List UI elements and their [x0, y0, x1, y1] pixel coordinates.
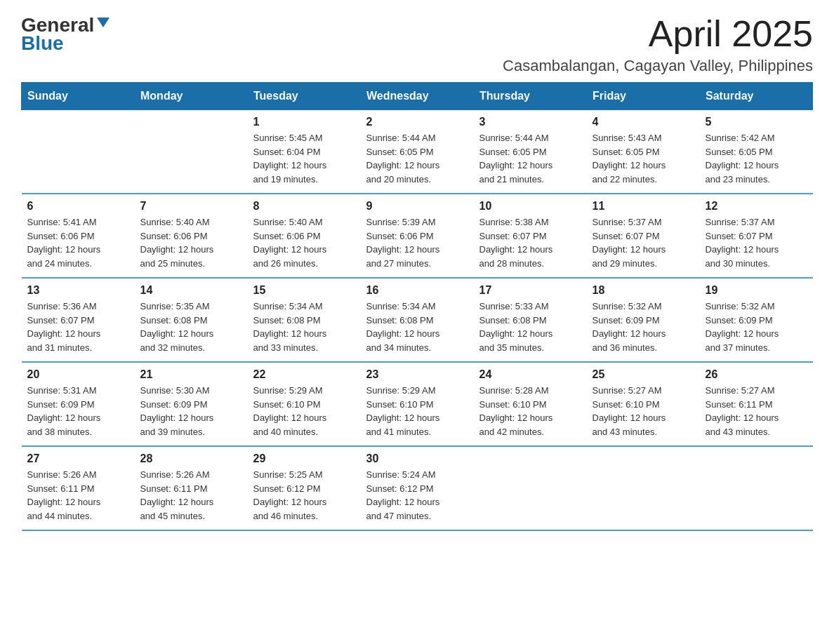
day-number: 12 — [706, 200, 807, 213]
day-number: 22 — [253, 368, 355, 381]
calendar-cell: 8Sunrise: 5:40 AM Sunset: 6:06 PM Daylig… — [248, 194, 361, 278]
day-number: 30 — [366, 452, 468, 465]
calendar-cell: 3Sunrise: 5:44 AM Sunset: 6:05 PM Daylig… — [474, 110, 587, 194]
logo: General Blue — [21, 14, 111, 55]
calendar-cell: 6Sunrise: 5:41 AM Sunset: 6:06 PM Daylig… — [22, 194, 135, 278]
day-number: 8 — [253, 200, 355, 213]
svg-marker-0 — [97, 18, 110, 27]
day-number: 5 — [706, 116, 807, 128]
day-info: Sunrise: 5:33 AM Sunset: 6:08 PM Dayligh… — [479, 300, 581, 354]
calendar-week-row: 1Sunrise: 5:45 AM Sunset: 6:04 PM Daylig… — [22, 110, 813, 194]
day-info: Sunrise: 5:31 AM Sunset: 6:09 PM Dayligh… — [27, 384, 129, 438]
calendar-cell: 13Sunrise: 5:36 AM Sunset: 6:07 PM Dayli… — [22, 278, 135, 362]
day-info: Sunrise: 5:26 AM Sunset: 6:11 PM Dayligh… — [27, 468, 129, 523]
weekday-header-thursday: Thursday — [474, 83, 587, 110]
day-number: 25 — [593, 368, 694, 381]
day-info: Sunrise: 5:40 AM Sunset: 6:06 PM Dayligh… — [140, 215, 242, 270]
weekday-header-saturday: Saturday — [700, 83, 813, 110]
weekday-header-row: SundayMondayTuesdayWednesdayThursdayFrid… — [22, 83, 813, 110]
calendar-cell: 4Sunrise: 5:43 AM Sunset: 6:05 PM Daylig… — [587, 110, 700, 194]
calendar-cell: 25Sunrise: 5:27 AM Sunset: 6:10 PM Dayli… — [587, 362, 700, 446]
day-number: 26 — [706, 368, 807, 381]
day-number: 1 — [253, 116, 355, 128]
day-info: Sunrise: 5:28 AM Sunset: 6:10 PM Dayligh… — [479, 384, 581, 438]
day-number: 21 — [140, 368, 242, 381]
day-number: 4 — [593, 116, 694, 128]
day-info: Sunrise: 5:45 AM Sunset: 6:04 PM Dayligh… — [253, 131, 355, 186]
weekday-header-wednesday: Wednesday — [361, 83, 474, 110]
day-info: Sunrise: 5:42 AM Sunset: 6:05 PM Dayligh… — [706, 131, 807, 186]
day-info: Sunrise: 5:32 AM Sunset: 6:09 PM Dayligh… — [593, 300, 694, 354]
calendar-cell: 2Sunrise: 5:44 AM Sunset: 6:05 PM Daylig… — [361, 110, 474, 194]
day-info: Sunrise: 5:36 AM Sunset: 6:07 PM Dayligh… — [27, 300, 129, 354]
title-area: April 2025 Casambalangan, Cagayan Valley… — [503, 14, 813, 75]
location-subtitle: Casambalangan, Cagayan Valley, Philippin… — [503, 57, 813, 75]
month-title: April 2025 — [503, 14, 813, 54]
day-info: Sunrise: 5:25 AM Sunset: 6:12 PM Dayligh… — [253, 468, 355, 523]
calendar-cell: 21Sunrise: 5:30 AM Sunset: 6:09 PM Dayli… — [135, 362, 248, 446]
day-number: 13 — [27, 284, 129, 297]
calendar-cell: 19Sunrise: 5:32 AM Sunset: 6:09 PM Dayli… — [700, 278, 813, 362]
calendar-cell: 11Sunrise: 5:37 AM Sunset: 6:07 PM Dayli… — [587, 194, 700, 278]
day-info: Sunrise: 5:29 AM Sunset: 6:10 PM Dayligh… — [253, 384, 355, 438]
day-number: 10 — [479, 200, 581, 213]
day-info: Sunrise: 5:26 AM Sunset: 6:11 PM Dayligh… — [140, 468, 242, 523]
day-info: Sunrise: 5:27 AM Sunset: 6:11 PM Dayligh… — [706, 384, 807, 438]
day-info: Sunrise: 5:41 AM Sunset: 6:06 PM Dayligh… — [27, 215, 129, 270]
day-number: 17 — [479, 284, 581, 297]
calendar-cell: 1Sunrise: 5:45 AM Sunset: 6:04 PM Daylig… — [248, 110, 361, 194]
day-number: 3 — [479, 116, 581, 128]
day-info: Sunrise: 5:38 AM Sunset: 6:07 PM Dayligh… — [479, 215, 581, 270]
day-info: Sunrise: 5:44 AM Sunset: 6:05 PM Dayligh… — [366, 131, 468, 186]
day-info: Sunrise: 5:35 AM Sunset: 6:08 PM Dayligh… — [140, 300, 242, 354]
day-number: 11 — [593, 200, 694, 213]
day-number: 24 — [479, 368, 581, 381]
day-number: 20 — [27, 368, 129, 381]
calendar-cell: 10Sunrise: 5:38 AM Sunset: 6:07 PM Dayli… — [474, 194, 587, 278]
calendar-week-row: 27Sunrise: 5:26 AM Sunset: 6:11 PM Dayli… — [22, 446, 813, 530]
weekday-header-sunday: Sunday — [22, 83, 135, 110]
day-info: Sunrise: 5:32 AM Sunset: 6:09 PM Dayligh… — [706, 300, 807, 354]
calendar-week-row: 6Sunrise: 5:41 AM Sunset: 6:06 PM Daylig… — [22, 194, 813, 278]
calendar-cell: 22Sunrise: 5:29 AM Sunset: 6:10 PM Dayli… — [248, 362, 361, 446]
calendar-cell: 20Sunrise: 5:31 AM Sunset: 6:09 PM Dayli… — [22, 362, 135, 446]
day-number: 23 — [366, 368, 468, 381]
calendar-cell: 15Sunrise: 5:34 AM Sunset: 6:08 PM Dayli… — [248, 278, 361, 362]
calendar-week-row: 13Sunrise: 5:36 AM Sunset: 6:07 PM Dayli… — [22, 278, 813, 362]
weekday-header-tuesday: Tuesday — [248, 83, 361, 110]
calendar-cell — [22, 110, 135, 194]
calendar-table: SundayMondayTuesdayWednesdayThursdayFrid… — [21, 82, 813, 531]
calendar-cell: 23Sunrise: 5:29 AM Sunset: 6:10 PM Dayli… — [361, 362, 474, 446]
calendar-cell — [587, 446, 700, 530]
day-info: Sunrise: 5:39 AM Sunset: 6:06 PM Dayligh… — [366, 215, 468, 270]
calendar-cell: 27Sunrise: 5:26 AM Sunset: 6:11 PM Dayli… — [22, 446, 135, 530]
weekday-header-friday: Friday — [587, 83, 700, 110]
day-number: 9 — [366, 200, 468, 213]
day-number: 18 — [593, 284, 694, 297]
day-number: 6 — [27, 200, 129, 213]
day-info: Sunrise: 5:40 AM Sunset: 6:06 PM Dayligh… — [253, 215, 355, 270]
calendar-cell: 5Sunrise: 5:42 AM Sunset: 6:05 PM Daylig… — [700, 110, 813, 194]
logo-arrow-icon — [95, 15, 111, 33]
day-number: 27 — [27, 452, 129, 465]
calendar-cell: 14Sunrise: 5:35 AM Sunset: 6:08 PM Dayli… — [135, 278, 248, 362]
calendar-cell — [135, 110, 248, 194]
calendar-cell — [474, 446, 587, 530]
day-info: Sunrise: 5:29 AM Sunset: 6:10 PM Dayligh… — [366, 384, 468, 438]
day-number: 14 — [140, 284, 242, 297]
calendar-week-row: 20Sunrise: 5:31 AM Sunset: 6:09 PM Dayli… — [22, 362, 813, 446]
page-header: General Blue April 2025 Casambalangan, C… — [21, 14, 813, 75]
day-number: 15 — [253, 284, 355, 297]
day-info: Sunrise: 5:24 AM Sunset: 6:12 PM Dayligh… — [366, 468, 468, 523]
calendar-cell: 26Sunrise: 5:27 AM Sunset: 6:11 PM Dayli… — [700, 362, 813, 446]
day-info: Sunrise: 5:37 AM Sunset: 6:07 PM Dayligh… — [593, 215, 694, 270]
calendar-cell: 30Sunrise: 5:24 AM Sunset: 6:12 PM Dayli… — [361, 446, 474, 530]
calendar-cell: 16Sunrise: 5:34 AM Sunset: 6:08 PM Dayli… — [361, 278, 474, 362]
calendar-cell: 28Sunrise: 5:26 AM Sunset: 6:11 PM Dayli… — [135, 446, 248, 530]
day-number: 28 — [140, 452, 242, 465]
day-info: Sunrise: 5:27 AM Sunset: 6:10 PM Dayligh… — [593, 384, 694, 438]
day-number: 19 — [706, 284, 807, 297]
calendar-cell: 24Sunrise: 5:28 AM Sunset: 6:10 PM Dayli… — [474, 362, 587, 446]
day-info: Sunrise: 5:37 AM Sunset: 6:07 PM Dayligh… — [706, 215, 807, 270]
day-info: Sunrise: 5:34 AM Sunset: 6:08 PM Dayligh… — [253, 300, 355, 354]
